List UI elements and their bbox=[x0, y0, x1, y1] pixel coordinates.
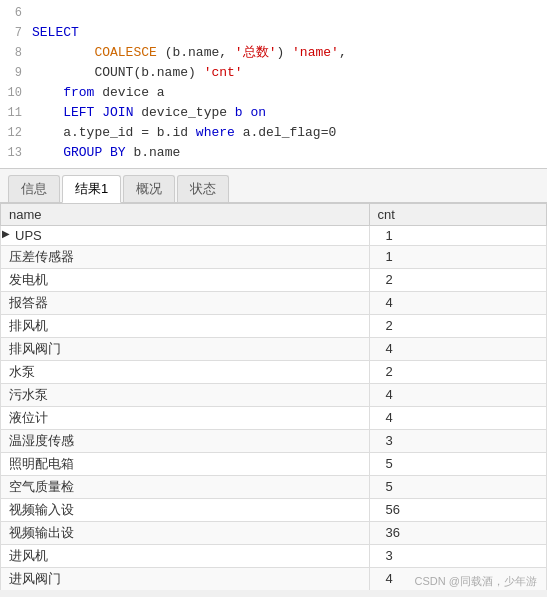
cell-cnt: 56 bbox=[369, 498, 546, 521]
cell-name: 水泵 bbox=[1, 360, 370, 383]
line-content: COALESCE (b.name, '总数') 'name', bbox=[32, 43, 347, 63]
line-number: 12 bbox=[4, 124, 32, 143]
code-line: 10 from device a bbox=[0, 83, 547, 103]
cell-cnt: 1 bbox=[369, 225, 546, 245]
cell-name: 压差传感器 bbox=[1, 245, 370, 268]
cell-cnt: 5 bbox=[369, 475, 546, 498]
cell-cnt: 5 bbox=[369, 452, 546, 475]
code-line: 8 COALESCE (b.name, '总数') 'name', bbox=[0, 43, 547, 63]
table-row[interactable]: UPS1 bbox=[1, 225, 547, 245]
table-row[interactable]: 视频输出设36 bbox=[1, 521, 547, 544]
results-table: namecnt UPS1压差传感器1发电机2报答器4排风机2排风阀门4水泵2污水… bbox=[0, 203, 547, 590]
table-row[interactable]: 照明配电箱5 bbox=[1, 452, 547, 475]
line-content: a.type_id = b.id where a.del_flag=0 bbox=[32, 123, 336, 143]
cell-cnt: 4 bbox=[369, 383, 546, 406]
code-line: 6 bbox=[0, 4, 547, 23]
code-line: 9 COUNT(b.name) 'cnt' bbox=[0, 63, 547, 83]
watermark: CSDN @同载酒，少年游 bbox=[415, 574, 537, 589]
table-row[interactable]: 进风机3 bbox=[1, 544, 547, 567]
line-content: LEFT JOIN device_type b on bbox=[32, 103, 266, 123]
cell-cnt: 4 bbox=[369, 337, 546, 360]
column-header-cnt: cnt bbox=[369, 203, 546, 225]
cell-cnt: 2 bbox=[369, 360, 546, 383]
line-content: from device a bbox=[32, 83, 165, 103]
table-row[interactable]: 污水泵4 bbox=[1, 383, 547, 406]
table-row[interactable]: 视频输入设56 bbox=[1, 498, 547, 521]
cell-name: 发电机 bbox=[1, 268, 370, 291]
cell-cnt: 2 bbox=[369, 268, 546, 291]
table-row[interactable]: 水泵2 bbox=[1, 360, 547, 383]
code-line: 12 a.type_id = b.id where a.del_flag=0 bbox=[0, 123, 547, 143]
cell-cnt: 1 bbox=[369, 245, 546, 268]
cell-name: 排风阀门 bbox=[1, 337, 370, 360]
column-header-name: name bbox=[1, 203, 370, 225]
table-row[interactable]: 发电机2 bbox=[1, 268, 547, 291]
table-row[interactable]: 报答器4 bbox=[1, 291, 547, 314]
cell-cnt: 36 bbox=[369, 521, 546, 544]
cell-name: 视频输出设 bbox=[1, 521, 370, 544]
line-number: 10 bbox=[4, 84, 32, 103]
tab-状态[interactable]: 状态 bbox=[177, 175, 229, 202]
cell-name: UPS bbox=[1, 225, 370, 245]
line-number: 6 bbox=[4, 4, 32, 23]
cell-name: 污水泵 bbox=[1, 383, 370, 406]
code-line: 7SELECT bbox=[0, 23, 547, 43]
cell-name: 排风机 bbox=[1, 314, 370, 337]
tab-结果1[interactable]: 结果1 bbox=[62, 175, 121, 203]
cell-cnt: 4 bbox=[369, 406, 546, 429]
tab-信息[interactable]: 信息 bbox=[8, 175, 60, 202]
cell-name: 照明配电箱 bbox=[1, 452, 370, 475]
line-number: 13 bbox=[4, 144, 32, 163]
line-number: 8 bbox=[4, 44, 32, 63]
table-row[interactable]: 温湿度传感3 bbox=[1, 429, 547, 452]
tabs-bar: 信息结果1概况状态 bbox=[0, 169, 547, 203]
line-content: GROUP BY b.name bbox=[32, 143, 180, 163]
cell-name: 视频输入设 bbox=[1, 498, 370, 521]
line-number: 9 bbox=[4, 64, 32, 83]
table-row[interactable]: 排风阀门4 bbox=[1, 337, 547, 360]
tab-概况[interactable]: 概况 bbox=[123, 175, 175, 202]
cell-cnt: 3 bbox=[369, 429, 546, 452]
cell-name: 温湿度传感 bbox=[1, 429, 370, 452]
line-number: 11 bbox=[4, 104, 32, 123]
cell-cnt: 4 bbox=[369, 291, 546, 314]
code-line: 11 LEFT JOIN device_type b on bbox=[0, 103, 547, 123]
table-row[interactable]: 压差传感器1 bbox=[1, 245, 547, 268]
table-row[interactable]: 空气质量检5 bbox=[1, 475, 547, 498]
cell-cnt: 3 bbox=[369, 544, 546, 567]
line-number: 7 bbox=[4, 24, 32, 43]
table-row[interactable]: 排风机2 bbox=[1, 314, 547, 337]
cell-name: 进风机 bbox=[1, 544, 370, 567]
code-line: 13 GROUP BY b.name bbox=[0, 143, 547, 163]
cell-name: 报答器 bbox=[1, 291, 370, 314]
cell-name: 进风阀门 bbox=[1, 567, 370, 590]
cell-cnt: 2 bbox=[369, 314, 546, 337]
line-content: COUNT(b.name) 'cnt' bbox=[32, 63, 243, 83]
cell-name: 液位计 bbox=[1, 406, 370, 429]
code-editor: 67SELECT8 COALESCE (b.name, '总数') 'name'… bbox=[0, 0, 547, 169]
results-area[interactable]: namecnt UPS1压差传感器1发电机2报答器4排风机2排风阀门4水泵2污水… bbox=[0, 203, 547, 590]
line-content: SELECT bbox=[32, 23, 79, 43]
cell-name: 空气质量检 bbox=[1, 475, 370, 498]
table-row[interactable]: 液位计4 bbox=[1, 406, 547, 429]
